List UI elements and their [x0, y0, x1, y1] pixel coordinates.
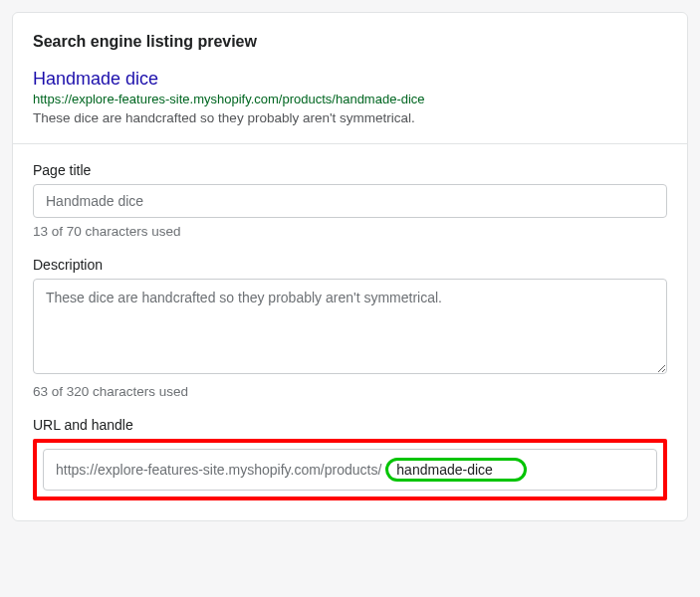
preview-url: https://explore-features-site.myshopify.…: [33, 92, 667, 106]
description-textarea[interactable]: [33, 279, 667, 374]
url-input-wrapper[interactable]: https://explore-features-site.myshopify.…: [43, 449, 657, 491]
page-title-label: Page title: [33, 162, 667, 178]
card-header: Search engine listing preview Handmade d…: [13, 13, 687, 144]
seo-preview-card: Search engine listing preview Handmade d…: [12, 12, 688, 521]
url-prefix: https://explore-features-site.myshopify.…: [56, 462, 381, 478]
url-handle-highlight: [385, 458, 527, 482]
url-handle-input[interactable]: [396, 462, 516, 478]
page-title-helper: 13 of 70 characters used: [33, 224, 667, 239]
card-body: Page title 13 of 70 characters used Desc…: [13, 144, 687, 520]
section-title: Search engine listing preview: [33, 33, 667, 51]
preview-title: Handmade dice: [33, 69, 667, 90]
page-title-input[interactable]: [33, 184, 667, 218]
preview-description: These dice are handcrafted so they proba…: [33, 110, 667, 125]
url-highlight-annotation: https://explore-features-site.myshopify.…: [33, 439, 667, 500]
url-handle-field: URL and handle https://explore-features-…: [33, 417, 667, 500]
page-title-field: Page title 13 of 70 characters used: [33, 162, 667, 239]
url-handle-label: URL and handle: [33, 417, 667, 433]
description-helper: 63 of 320 characters used: [33, 384, 667, 399]
description-field: Description 63 of 320 characters used: [33, 257, 667, 399]
description-label: Description: [33, 257, 667, 273]
